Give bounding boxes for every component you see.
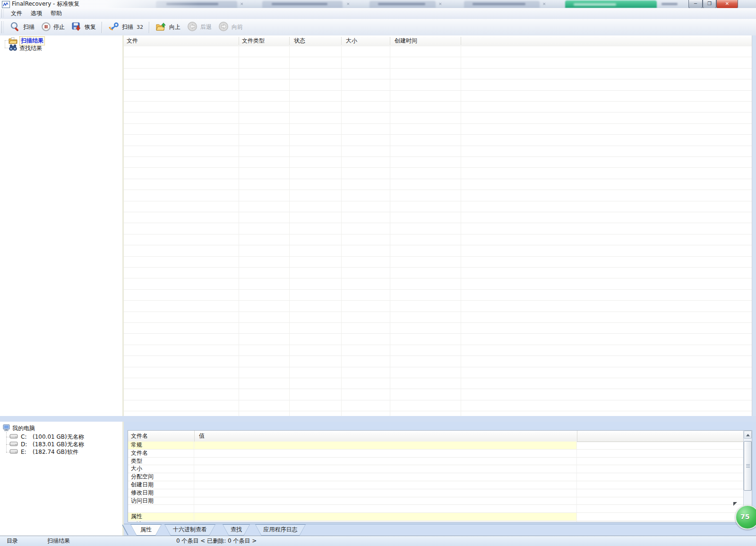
tab-label: 应用程序日志 (255, 524, 306, 536)
drive-name: 无名称 (67, 433, 84, 441)
column-separator[interactable] (390, 37, 390, 45)
column-header[interactable]: 状态 (294, 35, 305, 46)
background-tab-text (272, 3, 327, 5)
column-header[interactable]: 文件 (127, 35, 138, 46)
scan32-button[interactable]: 扫描 32 (105, 20, 146, 35)
property-row[interactable]: 大小 (128, 465, 752, 473)
property-row[interactable]: 属性 (128, 513, 752, 521)
tree-item-drive[interactable]: E:(182.74 GB)软件 (9, 448, 78, 456)
property-row[interactable]: 访问日期 (128, 497, 752, 505)
overlay-score-badge[interactable]: 75 (735, 505, 756, 529)
menu-item[interactable]: 选项 (26, 9, 46, 18)
bottom-tab[interactable]: 十六进制查看 (164, 524, 215, 536)
menu-item[interactable]: 文件 (7, 9, 26, 18)
drive-name: 软件 (67, 448, 78, 456)
app-icon (2, 1, 10, 8)
column-separator[interactable] (239, 37, 239, 45)
tree-item-drive[interactable]: C:(100.01 GB)无名称 (9, 433, 84, 441)
save-disk-icon (71, 22, 82, 33)
drive-letter: C: (21, 433, 33, 440)
column-separator[interactable] (577, 431, 577, 442)
tree-item-drive[interactable]: D:(183.01 GB)无名称 (9, 441, 84, 448)
column-gridline (461, 46, 461, 416)
app-window: × × × × FinalRecovery - 标准恢复 ─ ❐ ✕ 文件选项帮… (0, 0, 756, 546)
maximize-button[interactable]: ❐ (703, 0, 716, 9)
column-header-value[interactable]: 值 (199, 431, 205, 441)
bottom-tabs-row: 属性十六进制查看查找应用程序日志 (124, 524, 756, 536)
window-title: FinalRecovery - 标准恢复 (12, 0, 79, 8)
up-button[interactable]: 向上 (152, 20, 184, 35)
bottom-tab[interactable]: 属性 (130, 524, 162, 536)
property-label: 大小 (128, 465, 194, 473)
property-row[interactable]: 类型 (128, 458, 752, 466)
bottom-tab[interactable]: 应用程序日志 (255, 524, 306, 536)
menu-item[interactable]: 帮助 (46, 9, 66, 18)
property-value (194, 481, 577, 489)
property-row[interactable]: 只读 (128, 521, 752, 522)
scroll-up-button[interactable] (744, 431, 752, 439)
forward-button[interactable]: 向前 (215, 20, 246, 35)
scan32-button-label: 扫描 (122, 23, 133, 31)
back-arrow-icon (187, 21, 198, 33)
scrollbar-thumb[interactable] (744, 441, 752, 491)
rebar-grip[interactable] (1, 21, 4, 33)
property-row[interactable]: 创建日期 (128, 481, 752, 489)
horizontal-splitter[interactable] (0, 416, 756, 422)
property-row[interactable]: 分配空间 (128, 473, 752, 481)
binoculars-icon (9, 44, 17, 52)
tree-item-my-computer[interactable]: 我的电脑 (3, 424, 35, 433)
column-header[interactable]: 大小 (346, 35, 357, 46)
drive-name: 无名称 (67, 441, 84, 449)
drive-size: (100.01 GB) (33, 433, 67, 440)
column-header-filename[interactable]: 文件名 (131, 431, 148, 441)
stop-button-label: 停止 (53, 23, 65, 31)
recover-button[interactable]: 恢复 (68, 20, 99, 35)
drive-icon (9, 441, 18, 448)
property-value (194, 465, 577, 473)
toolbar-separator (149, 22, 150, 33)
background-tab-text (472, 3, 525, 5)
column-separator[interactable] (461, 37, 461, 45)
minimize-button[interactable]: ─ (688, 0, 703, 9)
property-label: 分配空间 (128, 473, 194, 481)
toolbar-separator (102, 22, 103, 33)
file-list-body[interactable] (124, 46, 752, 416)
background-tab-text (378, 3, 425, 5)
column-gridline (289, 46, 290, 416)
status-context-label: 扫描结果 (47, 536, 70, 546)
rebar-grip[interactable] (1, 9, 4, 17)
column-gridline (239, 46, 239, 416)
recover-button-label: 恢复 (85, 23, 96, 31)
properties-panel: 文件名 值 常规文件名类型大小分配空间创建日期修改日期访问日期属性只读 属性十六… (124, 422, 756, 536)
scan-button[interactable]: 扫描 (7, 20, 38, 35)
bottom-tab[interactable]: 查找 (223, 524, 250, 536)
background-tab-text (662, 3, 678, 5)
tree-item-label: 我的电脑 (12, 425, 35, 433)
stop-button[interactable]: 停止 (38, 20, 68, 35)
toolbar: 扫描 停止 恢复 (0, 19, 756, 36)
close-button[interactable]: ✕ (716, 0, 738, 9)
property-row[interactable]: 常规 (128, 442, 752, 450)
pause-icon (41, 22, 51, 33)
column-header[interactable]: 创建时间 (395, 35, 417, 46)
title-bar: × × × × FinalRecovery - 标准恢复 ─ ❐ ✕ (0, 0, 756, 9)
property-row[interactable]: 修改日期 (128, 489, 752, 497)
column-header[interactable]: 文件类型 (242, 35, 265, 46)
property-value (194, 505, 577, 512)
property-label: 访问日期 (128, 497, 194, 505)
property-label: 属性 (128, 513, 194, 520)
property-label: 创建日期 (128, 481, 194, 489)
tree-item-search-results[interactable]: 查找结果 (9, 44, 42, 52)
properties-header: 文件名 值 (128, 431, 752, 442)
column-separator[interactable] (289, 37, 290, 45)
property-value (194, 458, 577, 465)
back-button[interactable]: 后退 (184, 20, 215, 35)
property-row[interactable]: 文件名 (128, 450, 752, 458)
drive-letter: E: (21, 449, 33, 455)
column-separator[interactable] (341, 37, 342, 45)
column-gridline (390, 46, 390, 416)
column-separator[interactable] (194, 431, 195, 442)
badge-pointer (733, 502, 737, 506)
property-row[interactable] (128, 505, 752, 513)
drive-letter: D: (21, 441, 33, 448)
